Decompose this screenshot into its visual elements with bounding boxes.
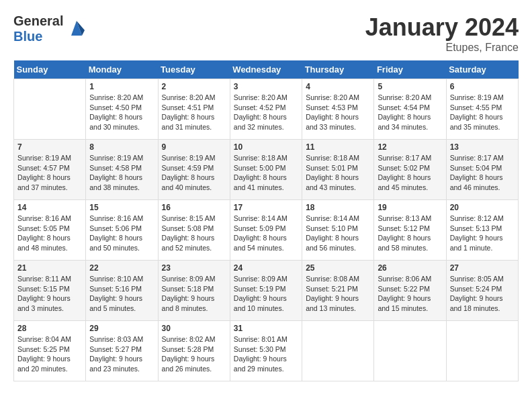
day-info: Sunrise: 8:10 AMSunset: 5:16 PMDaylight:… <box>89 274 154 314</box>
day-number: 14 <box>17 203 82 212</box>
day-number: 15 <box>89 203 154 212</box>
day-number: 29 <box>89 324 154 333</box>
day-number: 13 <box>450 142 515 152</box>
day-info: Sunrise: 8:05 AMSunset: 5:24 PMDaylight:… <box>450 274 515 314</box>
day-info: Sunrise: 8:01 AMSunset: 5:30 PMDaylight:… <box>234 334 298 374</box>
calendar-week-row: 21Sunrise: 8:11 AMSunset: 5:15 PMDayligh… <box>14 261 519 321</box>
day-info: Sunrise: 8:16 AMSunset: 5:05 PMDaylight:… <box>17 214 82 253</box>
day-info: Sunrise: 8:14 AMSunset: 5:10 PMDaylight:… <box>306 214 370 253</box>
day-info: Sunrise: 8:20 AMSunset: 4:51 PMDaylight:… <box>162 93 226 132</box>
logo-general: General <box>13 13 63 28</box>
day-info: Sunrise: 8:03 AMSunset: 5:27 PMDaylight:… <box>89 334 154 374</box>
day-number: 4 <box>306 82 370 91</box>
calendar-cell: 18Sunrise: 8:14 AMSunset: 5:10 PMDayligh… <box>302 200 374 261</box>
calendar-cell: 9Sunrise: 8:19 AMSunset: 4:59 PMDaylight… <box>158 140 230 200</box>
location: Etupes, France <box>365 42 519 54</box>
day-info: Sunrise: 8:06 AMSunset: 5:22 PMDaylight:… <box>378 274 442 314</box>
day-info: Sunrise: 8:02 AMSunset: 5:28 PMDaylight:… <box>162 334 226 374</box>
day-info: Sunrise: 8:17 AMSunset: 5:02 PMDaylight:… <box>378 153 442 193</box>
calendar-cell: 13Sunrise: 8:17 AMSunset: 5:04 PMDayligh… <box>446 140 518 200</box>
calendar-cell: 30Sunrise: 8:02 AMSunset: 5:28 PMDayligh… <box>158 321 230 381</box>
calendar-cell: 3Sunrise: 8:20 AMSunset: 4:52 PMDaylight… <box>230 79 302 140</box>
day-number: 3 <box>234 82 298 91</box>
calendar-cell: 29Sunrise: 8:03 AMSunset: 5:27 PMDayligh… <box>86 321 158 381</box>
day-number: 12 <box>378 142 442 152</box>
calendar-header-row: SundayMondayTuesdayWednesdayThursdayFrid… <box>14 60 519 79</box>
day-info: Sunrise: 8:08 AMSunset: 5:21 PMDaylight:… <box>306 274 370 314</box>
calendar-cell: 15Sunrise: 8:16 AMSunset: 5:06 PMDayligh… <box>86 200 158 261</box>
calendar-cell: 22Sunrise: 8:10 AMSunset: 5:16 PMDayligh… <box>86 261 158 321</box>
calendar-week-row: 1Sunrise: 8:20 AMSunset: 4:50 PMDaylight… <box>14 79 519 140</box>
calendar-cell: 26Sunrise: 8:06 AMSunset: 5:22 PMDayligh… <box>374 261 446 321</box>
day-info: Sunrise: 8:12 AMSunset: 5:13 PMDaylight:… <box>450 214 515 253</box>
day-number: 18 <box>306 203 370 212</box>
logo-blue: Blue <box>13 29 42 44</box>
day-number: 17 <box>234 203 298 212</box>
day-info: Sunrise: 8:20 AMSunset: 4:50 PMDaylight:… <box>89 93 154 132</box>
logo-text: General Blue <box>13 13 63 44</box>
day-number: 31 <box>234 324 298 333</box>
day-number: 20 <box>450 203 515 212</box>
calendar-cell: 12Sunrise: 8:17 AMSunset: 5:02 PMDayligh… <box>374 140 446 200</box>
day-info: Sunrise: 8:20 AMSunset: 4:54 PMDaylight:… <box>378 93 442 132</box>
calendar-cell: 14Sunrise: 8:16 AMSunset: 5:05 PMDayligh… <box>14 200 86 261</box>
calendar-cell <box>446 321 518 381</box>
calendar-cell: 25Sunrise: 8:08 AMSunset: 5:21 PMDayligh… <box>302 261 374 321</box>
logo-icon <box>66 17 87 38</box>
day-header-sunday: Sunday <box>14 60 86 79</box>
day-number: 16 <box>162 203 226 212</box>
calendar-cell <box>302 321 374 381</box>
day-number: 26 <box>378 263 442 273</box>
calendar-cell: 2Sunrise: 8:20 AMSunset: 4:51 PMDaylight… <box>158 79 230 140</box>
calendar-cell: 7Sunrise: 8:19 AMSunset: 4:57 PMDaylight… <box>14 140 86 200</box>
calendar-cell: 21Sunrise: 8:11 AMSunset: 5:15 PMDayligh… <box>14 261 86 321</box>
day-number: 28 <box>17 324 82 333</box>
day-header-thursday: Thursday <box>302 60 374 79</box>
day-number: 22 <box>89 263 154 273</box>
day-number: 11 <box>306 142 370 152</box>
day-info: Sunrise: 8:19 AMSunset: 4:58 PMDaylight:… <box>89 153 154 193</box>
calendar-cell: 16Sunrise: 8:15 AMSunset: 5:08 PMDayligh… <box>158 200 230 261</box>
day-info: Sunrise: 8:14 AMSunset: 5:09 PMDaylight:… <box>234 214 298 253</box>
day-info: Sunrise: 8:13 AMSunset: 5:12 PMDaylight:… <box>378 214 442 253</box>
day-info: Sunrise: 8:11 AMSunset: 5:15 PMDaylight:… <box>17 274 82 314</box>
month-title: January 2024 <box>365 13 519 42</box>
calendar-cell <box>374 321 446 381</box>
calendar-cell: 17Sunrise: 8:14 AMSunset: 5:09 PMDayligh… <box>230 200 302 261</box>
calendar-cell: 1Sunrise: 8:20 AMSunset: 4:50 PMDaylight… <box>86 79 158 140</box>
calendar-cell: 5Sunrise: 8:20 AMSunset: 4:54 PMDaylight… <box>374 79 446 140</box>
day-number: 10 <box>234 142 298 152</box>
day-header-friday: Friday <box>374 60 446 79</box>
day-number: 30 <box>162 324 226 333</box>
calendar-cell: 24Sunrise: 8:09 AMSunset: 5:19 PMDayligh… <box>230 261 302 321</box>
calendar-cell <box>14 79 86 140</box>
day-info: Sunrise: 8:19 AMSunset: 4:55 PMDaylight:… <box>450 93 515 132</box>
day-info: Sunrise: 8:09 AMSunset: 5:19 PMDaylight:… <box>234 274 298 314</box>
day-header-wednesday: Wednesday <box>230 60 302 79</box>
day-number: 8 <box>89 142 154 152</box>
day-info: Sunrise: 8:04 AMSunset: 5:25 PMDaylight:… <box>17 334 82 374</box>
calendar-week-row: 28Sunrise: 8:04 AMSunset: 5:25 PMDayligh… <box>14 321 519 381</box>
day-info: Sunrise: 8:15 AMSunset: 5:08 PMDaylight:… <box>162 214 226 253</box>
day-number: 2 <box>162 82 226 91</box>
calendar-cell: 19Sunrise: 8:13 AMSunset: 5:12 PMDayligh… <box>374 200 446 261</box>
title-section: January 2024 Etupes, France <box>365 13 519 54</box>
calendar-cell: 10Sunrise: 8:18 AMSunset: 5:00 PMDayligh… <box>230 140 302 200</box>
calendar-cell: 6Sunrise: 8:19 AMSunset: 4:55 PMDaylight… <box>446 79 518 140</box>
day-number: 23 <box>162 263 226 273</box>
calendar-week-row: 7Sunrise: 8:19 AMSunset: 4:57 PMDaylight… <box>14 140 519 200</box>
day-header-saturday: Saturday <box>446 60 518 79</box>
day-info: Sunrise: 8:16 AMSunset: 5:06 PMDaylight:… <box>89 214 154 253</box>
page-header: General Blue January 2024 Etupes, France <box>13 13 519 54</box>
day-number: 27 <box>450 263 515 273</box>
calendar-cell: 4Sunrise: 8:20 AMSunset: 4:53 PMDaylight… <box>302 79 374 140</box>
day-number: 5 <box>378 82 442 91</box>
day-number: 6 <box>450 82 515 91</box>
logo: General Blue <box>13 13 87 44</box>
calendar-cell: 28Sunrise: 8:04 AMSunset: 5:25 PMDayligh… <box>14 321 86 381</box>
calendar-cell: 8Sunrise: 8:19 AMSunset: 4:58 PMDaylight… <box>86 140 158 200</box>
day-header-tuesday: Tuesday <box>158 60 230 79</box>
day-number: 7 <box>17 142 82 152</box>
day-info: Sunrise: 8:09 AMSunset: 5:18 PMDaylight:… <box>162 274 226 314</box>
calendar-cell: 20Sunrise: 8:12 AMSunset: 5:13 PMDayligh… <box>446 200 518 261</box>
